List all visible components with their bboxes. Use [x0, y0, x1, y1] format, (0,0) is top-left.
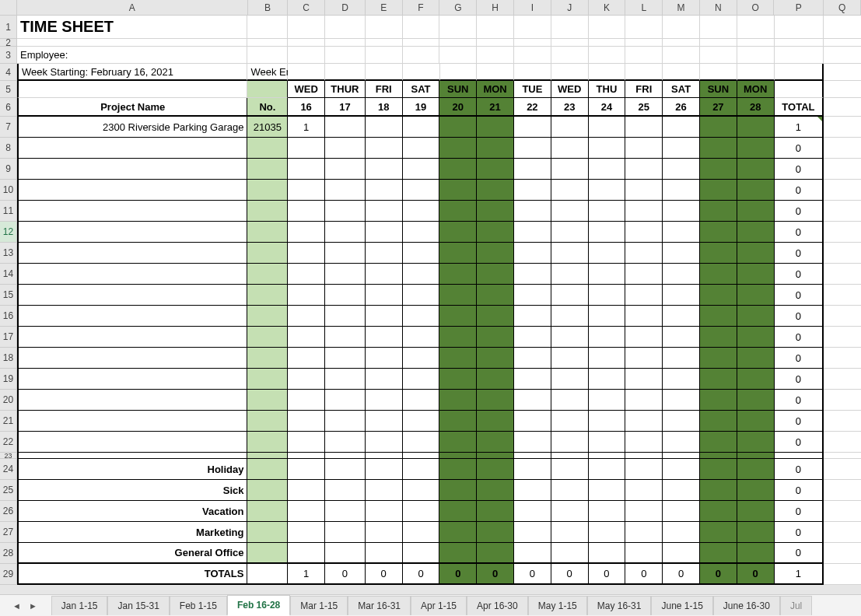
val-O-10[interactable]: [737, 180, 775, 201]
val-O-19[interactable]: [737, 369, 775, 390]
cell-H-28[interactable]: [477, 543, 514, 564]
val-E-15[interactable]: [366, 285, 403, 306]
val-O-18[interactable]: [737, 348, 775, 369]
date-header-C[interactable]: 16: [288, 98, 325, 117]
val-D-13[interactable]: [325, 243, 366, 264]
project-name-9[interactable]: [17, 159, 247, 180]
col-header-J[interactable]: J: [551, 0, 589, 15]
date-header-K[interactable]: 24: [589, 98, 626, 117]
val-K-9[interactable]: [589, 159, 626, 180]
col-header-B[interactable]: B: [248, 0, 289, 15]
cell-B-23[interactable]: [247, 453, 288, 459]
cell-F-3[interactable]: [403, 47, 440, 64]
val-F-20[interactable]: [403, 390, 440, 411]
val-I-18[interactable]: [514, 348, 551, 369]
cell-Q-29[interactable]: [824, 564, 861, 585]
cell-I-23[interactable]: [514, 453, 551, 459]
totals-N[interactable]: 0: [700, 564, 737, 585]
val-N-14[interactable]: [700, 264, 737, 285]
val-I-11[interactable]: [514, 201, 551, 222]
project-name-11[interactable]: [17, 201, 247, 222]
cell-H-2[interactable]: [477, 39, 514, 47]
col-header-E[interactable]: E: [366, 0, 403, 15]
col-header-L[interactable]: L: [625, 0, 663, 15]
cell-I-28[interactable]: [514, 543, 551, 564]
row-total-9[interactable]: 0: [775, 159, 824, 180]
totals-O[interactable]: 0: [737, 564, 775, 585]
cell-E-27[interactable]: [366, 522, 403, 543]
val-K-14[interactable]: [589, 264, 626, 285]
cell-L-4[interactable]: [625, 64, 663, 81]
val-M-14[interactable]: [663, 264, 700, 285]
val-O-13[interactable]: [737, 243, 775, 264]
cell-I-4[interactable]: [514, 64, 551, 81]
date-header-O[interactable]: 28: [737, 98, 775, 117]
val-N-7[interactable]: [700, 117, 737, 138]
sheet-tab-7[interactable]: Apr 16-30: [467, 596, 528, 615]
cell-Q-7[interactable]: [824, 117, 861, 138]
cell-F-2[interactable]: [403, 39, 440, 47]
cell-G-23[interactable]: [439, 453, 477, 459]
val-F-7[interactable]: [403, 117, 440, 138]
cell-K-24[interactable]: [589, 459, 626, 480]
val-F-15[interactable]: [403, 285, 440, 306]
val-D-9[interactable]: [325, 159, 366, 180]
totals-E[interactable]: 0: [366, 564, 403, 585]
row-header-16[interactable]: 16: [0, 306, 17, 327]
cell-Q-23[interactable]: [824, 453, 861, 459]
cell-K-27[interactable]: [589, 522, 626, 543]
cell-K-3[interactable]: [589, 47, 626, 64]
row-header-27[interactable]: 27: [0, 522, 17, 543]
cell-M-26[interactable]: [663, 501, 700, 522]
val-D-12[interactable]: [325, 222, 366, 243]
project-name-13[interactable]: [17, 243, 247, 264]
cell-O-28[interactable]: [737, 543, 775, 564]
val-M-19[interactable]: [663, 369, 700, 390]
val-L-22[interactable]: [625, 432, 663, 453]
cell-C-25[interactable]: [288, 480, 325, 501]
val-J-18[interactable]: [551, 348, 589, 369]
val-G-18[interactable]: [439, 348, 477, 369]
cell-E-25[interactable]: [366, 480, 403, 501]
cell-M-4[interactable]: [663, 64, 700, 81]
val-H-10[interactable]: [477, 180, 514, 201]
cell-Q-21[interactable]: [824, 411, 861, 432]
val-K-12[interactable]: [589, 222, 626, 243]
cell-C-23[interactable]: [288, 453, 325, 459]
cell-N-1[interactable]: [700, 16, 737, 39]
cell-N-28[interactable]: [700, 543, 737, 564]
val-C-19[interactable]: [288, 369, 325, 390]
row-header-5[interactable]: 5: [0, 81, 17, 98]
cell-C-3[interactable]: [288, 47, 325, 64]
val-M-7[interactable]: [663, 117, 700, 138]
val-O-9[interactable]: [737, 159, 775, 180]
cell-B-2[interactable]: [247, 39, 288, 47]
row-header-23[interactable]: 23: [0, 453, 17, 459]
val-N-21[interactable]: [700, 411, 737, 432]
cell-F-4[interactable]: [403, 64, 440, 81]
grand-total[interactable]: 1: [775, 564, 824, 585]
val-O-21[interactable]: [737, 411, 775, 432]
project-name-19[interactable]: [17, 369, 247, 390]
cell-H-4[interactable]: [477, 64, 514, 81]
date-header-D[interactable]: 17: [325, 98, 366, 117]
val-E-12[interactable]: [366, 222, 403, 243]
cell-N-3[interactable]: [700, 47, 737, 64]
val-K-20[interactable]: [589, 390, 626, 411]
val-L-7[interactable]: [625, 117, 663, 138]
sheet-tab-5[interactable]: Mar 16-31: [348, 596, 411, 615]
sheet-tab-12[interactable]: Jul: [780, 596, 812, 615]
val-G-11[interactable]: [439, 201, 477, 222]
col-header-G[interactable]: G: [439, 0, 477, 15]
cell-N-23[interactable]: [700, 453, 737, 459]
val-E-7[interactable]: [366, 117, 403, 138]
val-K-10[interactable]: [589, 180, 626, 201]
cell-B-29[interactable]: [247, 564, 288, 585]
val-O-22[interactable]: [737, 432, 775, 453]
val-J-10[interactable]: [551, 180, 589, 201]
cell-C-2[interactable]: [288, 39, 325, 47]
cell-J-28[interactable]: [551, 543, 589, 564]
val-C-17[interactable]: [288, 327, 325, 348]
cell-O-24[interactable]: [737, 459, 775, 480]
cell-C-27[interactable]: [288, 522, 325, 543]
